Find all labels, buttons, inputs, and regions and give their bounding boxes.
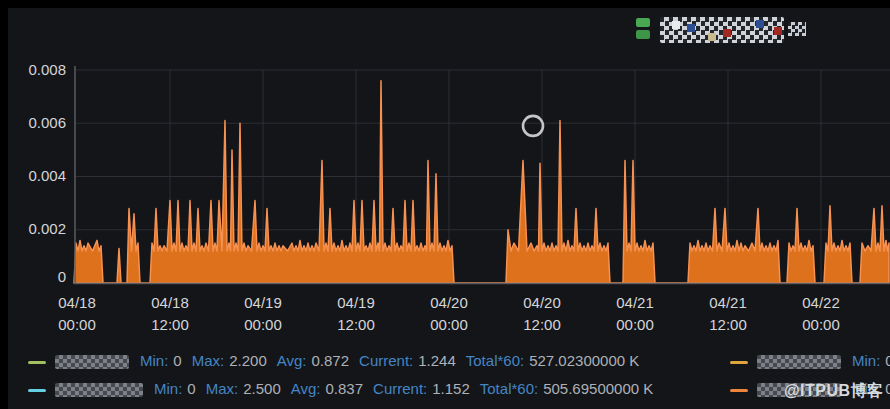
- censored-series-name[interactable]: [757, 355, 841, 369]
- series-color-dash: [730, 389, 748, 392]
- x-tick-label: 04/1812:00: [128, 292, 212, 336]
- x-tick-label: 04/2000:00: [407, 292, 491, 336]
- series-color-dash: [28, 389, 46, 392]
- watermark: @ITPUB博客: [784, 381, 884, 402]
- x-tick-label: 04/2012:00: [500, 292, 584, 336]
- x-tick-label: 04/1900:00: [221, 292, 305, 336]
- stat-value: 0.837: [326, 380, 364, 397]
- stat-label: Current:: [373, 380, 427, 397]
- stat-value: 505.69500000 K: [543, 380, 653, 397]
- stat-value: 0: [187, 380, 195, 397]
- legend-row: Min:0Max:2.200Avg:0.872Current:1.244Tota…: [28, 351, 639, 371]
- stat-label: Avg:: [291, 380, 321, 397]
- censored-series-name[interactable]: [55, 355, 129, 369]
- censored-series-name[interactable]: [55, 383, 143, 397]
- stat-value: 527.02300000 K: [529, 352, 639, 369]
- stat-value: 2.500: [243, 380, 281, 397]
- x-tick-label: 04/1800:00: [35, 292, 119, 336]
- x-tick-label: 04/2200:00: [779, 292, 863, 336]
- x-tick-label: 04/2100:00: [593, 292, 677, 336]
- series-color-dash: [730, 361, 748, 364]
- stat-value: 2.200: [229, 352, 267, 369]
- stat-label: Min:: [852, 352, 880, 369]
- stat-value: 0: [173, 352, 181, 369]
- stat-value: 1.152: [432, 380, 470, 397]
- stat-label: Current:: [359, 352, 413, 369]
- stat-label: Min:: [140, 352, 168, 369]
- stat-value: 0: [885, 380, 890, 397]
- stat-label: Total*60:: [466, 352, 524, 369]
- stat-value: 0: [885, 352, 890, 369]
- x-tick-label: 04/2112:00: [686, 292, 770, 336]
- orange-series-area: [74, 81, 889, 283]
- legend-row: Min:0Max:2.500Avg:0.837Current:1.152Tota…: [28, 379, 653, 399]
- chart-canvas[interactable]: [0, 0, 890, 409]
- series-color-dash: [28, 361, 46, 364]
- stat-value: 1.244: [418, 352, 456, 369]
- legend-entry: Min:0M: [730, 351, 890, 371]
- stat-value: 0.872: [312, 352, 350, 369]
- hover-point-marker: [523, 116, 543, 136]
- stat-label: Avg:: [277, 352, 307, 369]
- dashboard-panel-screenshot: 0.008 0.006 0.004 0.002 0 04/1800:00 04/…: [0, 0, 890, 409]
- stat-label: Max:: [192, 352, 225, 369]
- stat-label: Total*60:: [480, 380, 538, 397]
- stat-label: Max:: [206, 380, 239, 397]
- x-tick-label: 04/1912:00: [314, 292, 398, 336]
- stat-label: Min:: [154, 380, 182, 397]
